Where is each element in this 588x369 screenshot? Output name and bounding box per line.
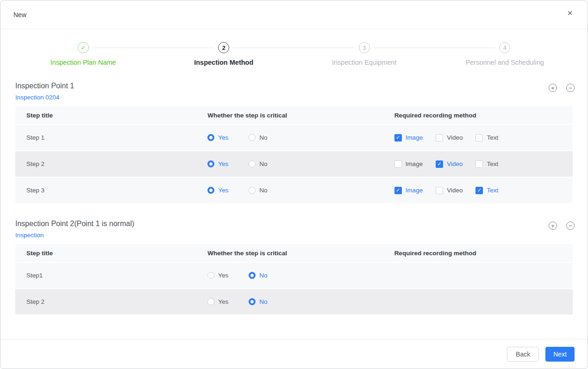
column-critical: Whether the step is critical <box>196 250 383 257</box>
stepper-step-personnel[interactable]: 4 Personnel and Scheduling <box>435 42 575 66</box>
critical-yes-radio[interactable]: Yes <box>207 298 228 305</box>
stepper-step-plan-name[interactable]: 1 Inspection Plan Name <box>13 42 154 66</box>
critical-no-radio[interactable]: No <box>249 298 267 305</box>
critical-yes-radio[interactable]: Yes <box>207 160 228 167</box>
table-row: Step 2 Yes No I <box>15 151 573 178</box>
steps-table: Step title Whether the step is critical … <box>15 106 573 204</box>
dialog-title: New <box>13 11 26 18</box>
recording-video-checkbox[interactable]: Video <box>436 134 463 141</box>
step-connector <box>154 48 215 48</box>
inspection-point-1-section: Inspection Point 1 Inspection 0204 Step … <box>15 82 573 204</box>
step-done-check-icon: 1 <box>78 42 89 53</box>
checkbox-icon <box>475 160 483 168</box>
inspection-point-2-section: Inspection Point 2(Point 1 is normal) In… <box>15 220 573 315</box>
checkbox-icon <box>475 134 483 141</box>
step-connector <box>233 48 294 48</box>
add-point-icon[interactable] <box>549 84 557 92</box>
stepper-step-equipment[interactable]: 3 Inspection Equipment <box>294 42 435 66</box>
table-row: Step 2 Yes No <box>15 289 573 315</box>
critical-no-radio[interactable]: No <box>249 272 267 279</box>
radio-icon <box>249 160 256 167</box>
radio-icon <box>249 134 256 141</box>
step-connector <box>294 48 355 48</box>
inspection-link[interactable]: Inspection <box>15 232 44 239</box>
critical-no-radio[interactable]: No <box>249 160 267 167</box>
stepper-step-method[interactable]: 2 Inspection Method <box>154 42 294 66</box>
recording-text-checkbox[interactable]: Text <box>475 160 498 168</box>
step-title: Step 1 <box>15 134 196 141</box>
step-connector <box>93 48 154 48</box>
step-title: Step 2 <box>15 298 196 305</box>
critical-yes-radio[interactable]: Yes <box>207 134 228 141</box>
critical-yes-radio[interactable]: Yes <box>207 272 228 279</box>
column-recording: Required recording method <box>383 112 573 119</box>
step-label: Personnel and Scheduling <box>435 59 575 66</box>
checkbox-icon <box>475 187 483 194</box>
step-title: Step 3 <box>15 187 196 194</box>
checkbox-icon <box>394 134 402 141</box>
checkbox-icon <box>394 160 402 168</box>
recording-image-checkbox[interactable]: Image <box>394 134 423 141</box>
recording-text-checkbox[interactable]: Text <box>475 187 498 194</box>
dialog-content: Inspection Point 1 Inspection 0204 Step … <box>0 66 588 339</box>
step-label: Inspection Equipment <box>294 59 435 66</box>
column-recording: Required recording method <box>383 250 573 257</box>
radio-icon <box>249 298 256 305</box>
table-row: Step 1 Yes No I <box>15 125 573 151</box>
checkbox-icon <box>436 134 443 141</box>
step-connector <box>435 48 496 48</box>
inspection-link[interactable]: Inspection 0204 <box>15 94 59 101</box>
back-button[interactable]: Back <box>507 347 539 362</box>
next-button[interactable]: Next <box>545 347 575 362</box>
steps-table: Step title Whether the step is critical … <box>15 244 573 315</box>
step-label: Inspection Method <box>154 59 294 66</box>
new-dialog: New × 1 Inspection Plan Name 2 Inspecti <box>0 0 588 369</box>
radio-icon <box>207 134 214 141</box>
section-title: Inspection Point 2(Point 1 is normal) <box>15 220 134 228</box>
radio-icon <box>207 160 214 167</box>
radio-icon <box>249 272 256 279</box>
checkbox-icon <box>436 160 443 168</box>
stepper: 1 Inspection Plan Name 2 Inspection Meth… <box>0 29 588 66</box>
dialog-footer: Back Next <box>0 339 588 369</box>
dialog-header: New × <box>0 0 588 29</box>
critical-no-radio[interactable]: No <box>249 187 267 194</box>
section-title: Inspection Point 1 <box>15 82 74 90</box>
table-row: Step1 Yes No <box>15 263 573 289</box>
step-title: Step 2 <box>15 160 196 167</box>
critical-yes-radio[interactable]: Yes <box>207 187 228 194</box>
step-number-icon: 3 <box>359 42 370 53</box>
checkbox-icon <box>394 187 402 194</box>
table-header-row: Step title Whether the step is critical … <box>15 244 573 263</box>
step-number-icon: 4 <box>499 42 510 53</box>
checkbox-icon <box>436 187 443 194</box>
recording-video-checkbox[interactable]: Video <box>436 187 463 194</box>
radio-icon <box>207 187 214 194</box>
step-label: Inspection Plan Name <box>13 59 154 66</box>
step-title: Step1 <box>15 272 196 279</box>
table-row: Step 3 Yes No I <box>15 178 573 204</box>
step-connector <box>374 48 435 48</box>
recording-video-checkbox[interactable]: Video <box>436 160 463 168</box>
column-step-title: Step title <box>15 250 196 257</box>
radio-icon <box>249 187 256 194</box>
column-critical: Whether the step is critical <box>196 112 383 119</box>
recording-image-checkbox[interactable]: Image <box>394 160 423 168</box>
radio-icon <box>207 298 214 305</box>
step-number-icon: 2 <box>218 42 229 53</box>
critical-no-radio[interactable]: No <box>249 134 267 141</box>
remove-point-icon[interactable] <box>566 221 575 230</box>
column-step-title: Step title <box>15 112 196 119</box>
close-icon[interactable]: × <box>565 6 575 19</box>
table-header-row: Step title Whether the step is critical … <box>15 106 573 125</box>
radio-icon <box>207 272 214 279</box>
add-point-icon[interactable] <box>549 221 557 230</box>
recording-image-checkbox[interactable]: Image <box>394 187 423 194</box>
recording-text-checkbox[interactable]: Text <box>475 134 498 141</box>
remove-point-icon[interactable] <box>566 84 575 92</box>
